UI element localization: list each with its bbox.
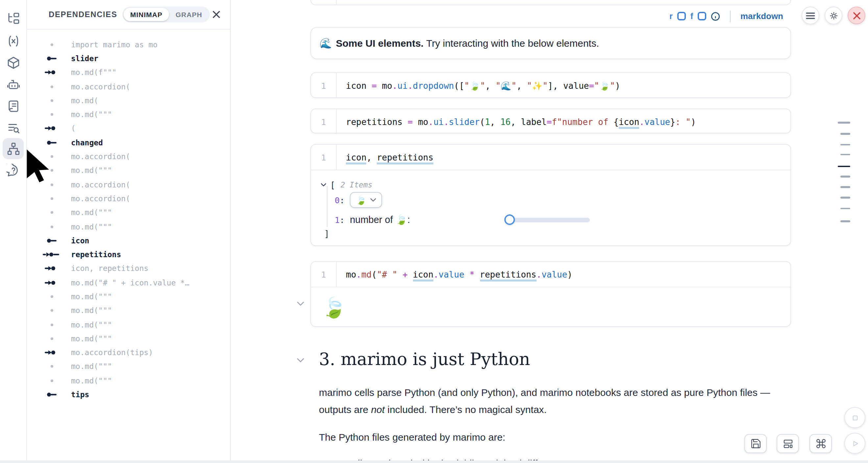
window-bottom-edge	[0, 460, 868, 463]
minimap-item[interactable]: import marimo as mo	[26, 37, 230, 52]
close-panel-button[interactable]	[212, 10, 221, 19]
leaf-emoji: 🍃	[321, 296, 346, 319]
minimap-item[interactable]: repetitions	[26, 248, 230, 262]
text-search-icon	[6, 121, 20, 134]
tab-graph[interactable]: GRAPH	[169, 8, 209, 21]
slider-handle[interactable]	[504, 214, 515, 225]
run-button[interactable]	[844, 433, 865, 454]
shutdown-button[interactable]	[848, 7, 865, 24]
close-bracket: ]	[324, 228, 330, 238]
cell-dash-active[interactable]	[838, 165, 850, 167]
tab-minimap[interactable]: MINIMAP	[124, 8, 169, 21]
minimap-item[interactable]: (	[26, 122, 230, 136]
slider-label: number of 🍃:	[350, 214, 410, 225]
cell-dash[interactable]	[840, 176, 850, 177]
cell-dot-icon	[42, 293, 62, 300]
minimap-item-label: mo.md("""	[71, 110, 112, 119]
minimap-item-label: mo.accordion(	[71, 82, 130, 91]
italic-text: not	[371, 404, 385, 415]
package-icon	[6, 56, 20, 69]
repetitions-slider[interactable]	[410, 212, 508, 227]
collapse-output-chevron-icon[interactable]	[297, 300, 305, 308]
save-button[interactable]	[744, 434, 767, 453]
minimap-item[interactable]: mo.md(	[26, 93, 230, 107]
chevron-down-icon[interactable]	[320, 182, 327, 188]
stop-button[interactable]	[844, 407, 865, 428]
keyboard-shortcuts-button[interactable]	[809, 434, 832, 453]
sidebar-item-variables[interactable]	[3, 30, 24, 51]
icon-dropdown-select[interactable]: 🍃	[350, 192, 382, 208]
sidebar-item-dependency-graph[interactable]	[3, 138, 24, 159]
toolbar-divider	[730, 10, 731, 22]
cell-dash[interactable]	[840, 186, 850, 188]
minimap-item-label: repetitions	[71, 250, 121, 259]
minimap-item-label: (	[71, 124, 75, 133]
sidebar-item-ai-assistant[interactable]	[3, 74, 24, 95]
code-cell-md-heading[interactable]: 1 mo.md("# " + icon.value * repetitions.…	[310, 261, 791, 327]
code-cell-dropdown[interactable]: 1 icon = mo.ui.dropdown(["🍃", "🌊", "✨"],…	[310, 72, 791, 98]
r-string-checkbox[interactable]	[677, 12, 686, 21]
cell-dot-icon	[42, 41, 62, 48]
minimap-item[interactable]: mo.md("""	[26, 332, 230, 346]
minimap-item[interactable]: mo.md("# " + icon.value *…	[26, 276, 230, 290]
minimap-item[interactable]: mo.accordion(tips)	[26, 346, 230, 360]
cell-dot-icon	[42, 195, 62, 202]
code-cell-slider[interactable]: 1 repetitions = mo.ui.slider(1, 16, labe…	[310, 109, 791, 133]
minimap-item-label: tips	[71, 390, 89, 399]
language-mode-label[interactable]: markdown	[740, 11, 783, 21]
cell-dash[interactable]	[838, 122, 850, 123]
minimap-item[interactable]: mo.md("""	[26, 304, 230, 318]
minimap-item[interactable]: slider	[26, 52, 230, 66]
layout-button[interactable]	[777, 434, 799, 453]
open-bracket: [	[330, 180, 335, 190]
minimap-item[interactable]: mo.md(f"""	[26, 65, 230, 80]
minimap-item[interactable]: mo.md("""	[26, 290, 230, 304]
cell-ref-icon	[42, 125, 62, 132]
minimap-item[interactable]: tips	[26, 388, 230, 402]
minimap-item[interactable]: icon	[26, 234, 230, 248]
minimap-item[interactable]: mo.accordion(	[26, 80, 230, 94]
line-number: 1	[311, 73, 337, 98]
sidebar-item-file-tree[interactable]	[3, 8, 24, 29]
variables-icon	[6, 34, 20, 48]
sidebar-item-help[interactable]	[3, 160, 24, 181]
help-icon	[6, 163, 20, 177]
code-cell-tuple[interactable]: 1 icon, repetitions [ 2 Items 0 : 🍃 1 :	[310, 144, 791, 246]
cell-dash[interactable]	[840, 144, 850, 145]
cell-dash[interactable]	[840, 220, 850, 222]
minimap-item[interactable]: icon, repetitions	[26, 262, 230, 276]
sidebar-item-logs[interactable]	[3, 95, 24, 116]
minimap-item[interactable]: mo.md("""	[26, 220, 230, 234]
minimap-item[interactable]: mo.md("""	[26, 107, 230, 122]
cell-dash[interactable]	[840, 208, 850, 209]
minimap-item[interactable]: mo.md("""	[26, 360, 230, 374]
scroll-icon	[6, 99, 20, 113]
minimap-item[interactable]: mo.md("""	[26, 374, 230, 388]
f-string-checkbox[interactable]	[698, 12, 706, 21]
info-icon[interactable]	[711, 11, 720, 21]
markdown-cell-editor-partial[interactable]: 1 🌊 **Some UI elements.** Try interactin…	[310, 0, 791, 5]
minimap-item[interactable]: mo.md("""	[26, 206, 230, 220]
menu-button[interactable]	[802, 7, 819, 24]
cell-dash[interactable]	[840, 197, 850, 198]
output-text: Try interacting with the below elements.	[426, 37, 599, 49]
minimap-item-label: mo.md(	[71, 96, 98, 105]
line-number: 1	[311, 262, 337, 287]
dependencies-panel: DEPENDENCIES MINIMAP GRAPH import marimo…	[26, 0, 231, 463]
settings-button[interactable]	[825, 7, 842, 24]
slider-track[interactable]	[504, 217, 590, 222]
cell-dot-icon	[42, 223, 62, 230]
cell-ref-icon	[42, 349, 62, 356]
cell-dash[interactable]	[840, 133, 850, 134]
minimap-item[interactable]: mo.md("""	[26, 318, 230, 332]
view-switcher: MINIMAP GRAPH	[122, 7, 210, 22]
minimap-item[interactable]: mo.accordion(	[26, 192, 230, 206]
collapse-section-chevron-icon[interactable]	[297, 357, 305, 364]
minimap-item[interactable]: changed	[26, 135, 230, 150]
minimap-item-label: mo.md("""	[71, 208, 112, 217]
minimap-item-label: mo.accordion(	[71, 194, 130, 203]
sidebar-item-packages[interactable]	[3, 52, 24, 73]
cell-dot-icon	[42, 111, 62, 118]
sidebar-item-snippets[interactable]	[3, 117, 24, 138]
cell-dash[interactable]	[840, 154, 850, 155]
